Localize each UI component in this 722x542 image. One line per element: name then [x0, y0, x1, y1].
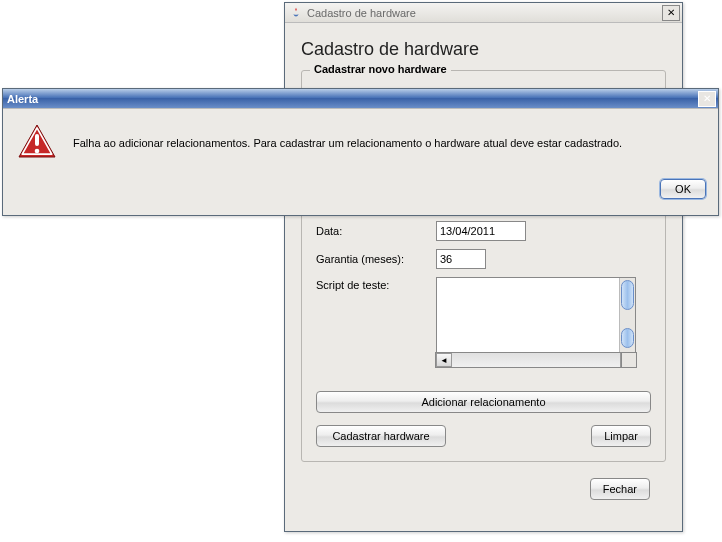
alert-title: Alerta [7, 93, 698, 105]
hardware-register-window: Cadastro de hardware ✕ Cadastro de hardw… [284, 2, 683, 532]
close-icon: ✕ [703, 93, 711, 104]
main-close-button[interactable]: ✕ [662, 5, 680, 21]
alert-dialog: Alerta ✕ Falha ao adicionar relacionamen… [2, 88, 719, 216]
script-label: Script de teste: [316, 277, 436, 291]
horizontal-scrollbar[interactable]: ◄ ► [435, 352, 637, 368]
close-icon: ✕ [667, 7, 675, 18]
scroll-left-icon[interactable]: ◄ [436, 353, 452, 367]
ok-button[interactable]: OK [660, 179, 706, 199]
register-hardware-button[interactable]: Cadastrar hardware [316, 425, 446, 447]
alert-message: Falha ao adicionar relacionamentos. Para… [73, 137, 622, 149]
garantia-label: Garantia (meses): [316, 253, 436, 265]
scroll-corner [621, 352, 637, 368]
error-icon [17, 123, 57, 163]
close-button[interactable]: Fechar [590, 478, 650, 500]
alert-titlebar[interactable]: Alerta ✕ [3, 89, 718, 109]
data-label: Data: [316, 225, 436, 237]
main-titlebar[interactable]: Cadastro de hardware ✕ [285, 3, 682, 23]
data-input[interactable] [436, 221, 526, 241]
group-title: Cadastrar novo hardware [310, 63, 451, 75]
page-title: Cadastro de hardware [301, 39, 666, 60]
java-icon [289, 6, 303, 20]
main-window-title: Cadastro de hardware [307, 7, 662, 19]
svg-point-3 [35, 149, 40, 154]
garantia-input[interactable] [436, 249, 486, 269]
svg-rect-2 [35, 134, 39, 146]
clear-button[interactable]: Limpar [591, 425, 651, 447]
alert-close-button[interactable]: ✕ [698, 91, 716, 107]
add-relationship-button[interactable]: Adicionar relacionamento [316, 391, 651, 413]
